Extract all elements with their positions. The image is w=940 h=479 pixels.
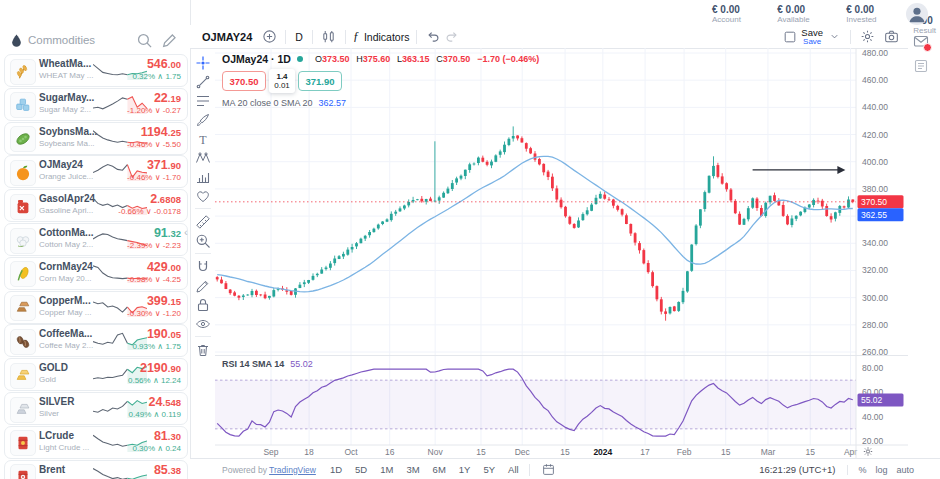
- scale-button-auto[interactable]: auto: [896, 465, 914, 475]
- sell-button[interactable]: 370.50: [222, 71, 266, 91]
- go-to-date-icon[interactable]: [540, 461, 558, 479]
- brush-tool-icon[interactable]: [193, 110, 213, 129]
- watchlist-item-copperm[interactable]: CopperM...Copper May ...399.15-0.30% ∨ -…: [4, 291, 188, 324]
- range-button-1d[interactable]: 1D: [330, 464, 342, 475]
- lock-tool-icon[interactable]: [193, 295, 213, 314]
- watchlist-item-ojmay24[interactable]: OJMay24Orange Juice...371.90-0.46% ∨ -1.…: [4, 155, 188, 188]
- instrument-name: WheatMa...: [39, 58, 91, 69]
- instrument-name: Brent: [39, 464, 65, 475]
- range-button-5y[interactable]: 5Y: [483, 464, 495, 475]
- coffee-icon: [10, 329, 36, 355]
- trend-line-tool-icon[interactable]: [193, 72, 213, 91]
- watchlist-item-wheatma[interactable]: WheatMa...WHEAT May ...546.000.32% ∧ 1.7…: [4, 54, 188, 87]
- cotton-icon: [10, 228, 36, 254]
- toolbar-divider: [416, 30, 417, 44]
- eye-tool-icon[interactable]: [193, 314, 213, 333]
- silver-icon: [10, 397, 36, 423]
- instrument-change: -0.30% ∨ -1.20: [127, 309, 181, 318]
- account-metric-value: € 0.00: [846, 4, 896, 15]
- layout-icon[interactable]: [781, 28, 799, 46]
- zoom-in-tool-icon[interactable]: [193, 231, 213, 250]
- range-button-6m[interactable]: 6M: [433, 464, 446, 475]
- toolbar-divider: [850, 30, 851, 44]
- watchlist-item-brent[interactable]: BrentICE Brent Cru...85.380.28% ∧ 0.24: [4, 460, 188, 479]
- watchlist-item-gold[interactable]: GOLDGold2190.900.56% ∧ 12.24: [4, 358, 188, 391]
- interval-button[interactable]: D: [293, 31, 305, 43]
- watchlist-item-soybnsma[interactable]: SoybnsMa...Soybeans Ma...1194.25-0.46% ∨…: [4, 122, 188, 155]
- svg-text:Feb: Feb: [677, 447, 692, 457]
- instrument-description: Gasoline Apri...: [39, 206, 93, 215]
- messages-icon[interactable]: [913, 33, 930, 50]
- notification-badge: [923, 43, 932, 52]
- scale-button-%[interactable]: %: [858, 465, 866, 475]
- svg-text:Nov: Nov: [428, 447, 444, 457]
- commodities-droplet-icon: [9, 33, 24, 48]
- heart-tool-icon[interactable]: [193, 186, 213, 205]
- range-button-1m[interactable]: 1M: [380, 464, 393, 475]
- watchlist-item-silver[interactable]: SILVERSilver24.5480.49% ∧ 0.119: [4, 392, 188, 425]
- buy-button[interactable]: 371.90: [298, 71, 342, 91]
- range-button-all[interactable]: All: [508, 464, 519, 475]
- instrument-description: WHEAT May ...: [39, 71, 93, 80]
- instrument-change: -0.98% ∨ -4.25: [127, 275, 181, 284]
- svg-text:380.00: 380.00: [862, 184, 888, 194]
- drawing-pencil-tool-icon[interactable]: [193, 276, 213, 295]
- range-button-1y[interactable]: 1Y: [459, 464, 471, 475]
- watchlist-item-cornmay24[interactable]: CornMay24Corn May 20...429.00-0.98% ∨ -4…: [4, 257, 188, 290]
- search-icon[interactable]: [136, 32, 153, 49]
- scale-button-log[interactable]: log: [875, 465, 887, 475]
- session-clock[interactable]: 16:21:29 (UTC+1): [759, 464, 835, 475]
- save-button[interactable]: Save Save: [801, 28, 823, 46]
- tradingview-link[interactable]: TradingView: [269, 465, 316, 475]
- watchlist-item-lcrude[interactable]: LCrudeLight Crude ...81.300.30% ∧ 0.24: [4, 426, 188, 459]
- trash-tool-icon[interactable]: [193, 340, 213, 359]
- instrument-description: Sugar May 2...: [39, 105, 91, 114]
- range-button-3m[interactable]: 3M: [406, 464, 419, 475]
- watchlist-item-cottonma[interactable]: CottonMa...Cotton May 2...91.32-2.39% ∨ …: [4, 223, 188, 256]
- redo-icon[interactable]: [442, 28, 460, 46]
- text-tool-icon[interactable]: T: [193, 129, 213, 148]
- instrument-price: 2190.90: [140, 361, 181, 375]
- magnet-tool-icon[interactable]: [193, 257, 213, 276]
- instrument-description: Gold: [39, 375, 56, 384]
- chart-bottom-bar: Powered by TradingView 1D5D1M3M6M1Y5YAll…: [190, 458, 940, 479]
- save-layout-name: Save: [803, 37, 821, 46]
- chart-settings-gear-icon[interactable]: [858, 28, 876, 46]
- crosshair-tool-icon[interactable]: [193, 53, 213, 72]
- price-chart[interactable]: 480.00460.00440.00420.00400.00380.00360.…: [215, 48, 908, 458]
- instrument-price: 2.6808: [150, 192, 181, 206]
- powered-by: Powered by TradingView: [222, 465, 316, 475]
- instrument-price: 399.15: [147, 294, 181, 308]
- svg-text:15: 15: [560, 447, 570, 457]
- svg-text:480.00: 480.00: [862, 48, 888, 58]
- instrument-name: CottonMa...: [39, 227, 93, 238]
- ruler-tool-icon[interactable]: [193, 212, 213, 231]
- chart-style-icon[interactable]: [320, 28, 338, 46]
- instrument-description: Cotton May 2...: [39, 240, 93, 249]
- compare-add-icon[interactable]: [260, 28, 278, 46]
- indicators-button[interactable]: Indicators: [364, 31, 410, 43]
- edit-watchlist-icon[interactable]: [161, 32, 178, 49]
- forecast-tool-icon[interactable]: [193, 167, 213, 186]
- undo-icon[interactable]: [424, 28, 442, 46]
- watchlist-item-gasolapr24[interactable]: GasolApr24Gasoline Apri...2.6808-0.66% ∨…: [4, 189, 188, 222]
- symbol-button[interactable]: OJMAY24: [202, 31, 252, 43]
- instrument-name: CopperM...: [39, 295, 91, 306]
- svg-text:370.50: 370.50: [861, 197, 887, 207]
- toolbar-right-group: Save Save: [781, 28, 900, 46]
- sidebar-collapse-icon[interactable]: ‹: [184, 226, 188, 238]
- instrument-price: 81.30: [154, 429, 181, 443]
- brent-icon: [10, 464, 36, 479]
- svg-text:300.00: 300.00: [862, 293, 888, 303]
- range-button-5d[interactable]: 5D: [355, 464, 367, 475]
- xabcd-pattern-tool-icon[interactable]: [193, 148, 213, 167]
- watchlist-item-coffeema[interactable]: CoffeeMa...Coffee May 2...190.050.93% ∧ …: [4, 324, 188, 357]
- instrument-description: Light Crude ...: [39, 443, 89, 452]
- save-chevron-down-icon[interactable]: [825, 28, 843, 46]
- news-icon[interactable]: [913, 58, 930, 75]
- watchlist-item-sugarmay[interactable]: SugarMay...Sugar May 2...22.19-1.20% ∨ -…: [4, 88, 188, 121]
- snapshot-camera-icon[interactable]: [882, 28, 900, 46]
- fib-retracement-tool-icon[interactable]: [193, 91, 213, 110]
- lcrude-icon: [10, 430, 36, 456]
- avatar[interactable]: [906, 3, 928, 25]
